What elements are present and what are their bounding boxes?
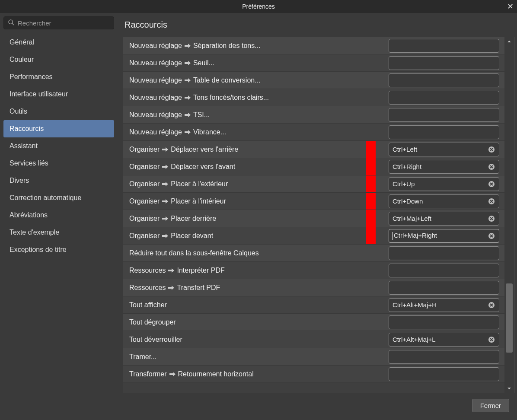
breadcrumb-arrow-icon: [169, 372, 176, 377]
shortcut-input[interactable]: [389, 315, 499, 329]
breadcrumb-arrow-icon: [185, 43, 191, 48]
shortcut-value: Ctrl+Left: [393, 146, 488, 153]
sidebar-item-7[interactable]: Services liés: [3, 155, 114, 172]
shortcut-label: Nouveau réglageTons foncés/tons clairs..…: [129, 94, 366, 102]
clear-shortcut-icon[interactable]: [488, 215, 495, 223]
shortcut-input[interactable]: [389, 73, 499, 87]
shortcut-input[interactable]: [389, 91, 499, 105]
sidebar-item-2[interactable]: Performances: [3, 68, 114, 86]
shortcut-input[interactable]: [389, 264, 499, 277]
scroll-thumb[interactable]: [506, 283, 513, 353]
close-button[interactable]: Fermer: [472, 399, 509, 412]
sidebar-item-12[interactable]: Exceptions de titre: [3, 241, 114, 258]
breadcrumb-arrow-icon: [162, 147, 168, 152]
shortcut-input[interactable]: Ctrl+Left: [389, 143, 499, 156]
titlebar: Préférences ✕: [0, 0, 517, 13]
scroll-down-icon[interactable]: [504, 384, 514, 393]
conflict-indicator: [366, 141, 376, 158]
shortcut-input[interactable]: Ctrl+Right: [389, 160, 499, 174]
breadcrumb-arrow-icon: [185, 130, 191, 135]
shortcut-label: OrganiserPlacer derrière: [129, 215, 366, 223]
shortcut-label: Nouveau réglageSéparation des tons...: [129, 42, 366, 50]
clear-shortcut-icon[interactable]: [488, 197, 495, 205]
shortcut-input[interactable]: [389, 367, 499, 381]
search-input[interactable]: [3, 16, 114, 29]
clear-shortcut-icon[interactable]: [488, 146, 495, 153]
shortcut-row: OrganiserDéplacer vers l'avantCtrl+Right: [123, 158, 504, 175]
shortcut-list: Nouveau réglageSéparation des tons...Nou…: [123, 37, 514, 393]
shortcut-row: Tout dégrouper: [123, 314, 504, 331]
shortcut-input[interactable]: [389, 246, 499, 260]
shortcut-input[interactable]: [389, 125, 499, 139]
conflict-indicator: [366, 158, 376, 175]
shortcut-value: Ctrl+Maj+Right: [393, 232, 488, 240]
sidebar-item-9[interactable]: Correction automatique: [3, 189, 114, 207]
shortcut-label: TransformerRetournement horizontal: [129, 370, 366, 378]
shortcut-input[interactable]: [389, 350, 499, 364]
shortcut-value: Ctrl+Up: [393, 180, 488, 188]
shortcut-input[interactable]: [389, 281, 499, 295]
conflict-indicator: [366, 175, 376, 192]
shortcut-row: RessourcesInterpréter PDF: [123, 262, 504, 279]
sidebar-item-0[interactable]: Général: [3, 34, 114, 51]
breadcrumb-arrow-icon: [162, 216, 168, 221]
shortcut-input[interactable]: Ctrl+Alt+Maj+H: [389, 298, 499, 312]
sidebar-item-10[interactable]: Abréviations: [3, 207, 114, 224]
clear-shortcut-icon[interactable]: [488, 163, 495, 171]
breadcrumb-arrow-icon: [162, 164, 168, 169]
shortcut-row: Tout déverrouillerCtrl+Alt+Maj+L: [123, 331, 504, 348]
shortcut-label: RessourcesInterpréter PDF: [129, 267, 366, 274]
shortcut-label: OrganiserPlacer devant: [129, 232, 366, 240]
shortcut-row: Réduire tout dans la sous-fenêtre Calque…: [123, 245, 504, 262]
conflict-indicator: [366, 227, 376, 244]
shortcut-label: Tramer...: [129, 353, 366, 361]
breadcrumb-arrow-icon: [185, 112, 191, 118]
sidebar-item-8[interactable]: Divers: [3, 172, 114, 189]
shortcut-label: Tout afficher: [129, 301, 366, 309]
shortcut-value: Ctrl+Right: [393, 163, 488, 170]
shortcut-row: Nouveau réglageTons foncés/tons clairs..…: [123, 89, 504, 106]
shortcut-label: Nouveau réglageSeuil...: [129, 59, 366, 67]
scroll-up-icon[interactable]: [504, 37, 514, 46]
shortcut-input[interactable]: Ctrl+Down: [389, 194, 499, 208]
clear-shortcut-icon[interactable]: [488, 180, 495, 188]
clear-shortcut-icon[interactable]: [488, 336, 495, 344]
breadcrumb-arrow-icon: [162, 199, 168, 204]
shortcut-row: OrganiserDéplacer vers l'arrièreCtrl+Lef…: [123, 141, 504, 158]
shortcut-row: RessourcesTransfert PDF: [123, 279, 504, 296]
footer: Fermer: [0, 393, 517, 417]
page-title: Raccourcis: [123, 13, 514, 37]
shortcut-input[interactable]: [389, 39, 499, 53]
clear-shortcut-icon[interactable]: [488, 301, 495, 309]
clear-shortcut-icon[interactable]: [488, 232, 495, 240]
shortcut-label: Nouveau réglageTSI...: [129, 111, 366, 119]
shortcut-input[interactable]: Ctrl+Maj+Right: [389, 229, 499, 243]
shortcut-label: Tout dégrouper: [129, 318, 366, 326]
shortcut-input[interactable]: Ctrl+Maj+Left: [389, 212, 499, 226]
shortcut-label: Réduire tout dans la sous-fenêtre Calque…: [129, 249, 366, 257]
shortcut-value: Ctrl+Down: [393, 197, 488, 205]
sidebar-item-3[interactable]: Interface utilisateur: [3, 86, 114, 103]
shortcut-input[interactable]: [389, 108, 499, 122]
shortcut-row: OrganiserPlacer à l'extérieurCtrl+Up: [123, 175, 504, 193]
sidebar-item-4[interactable]: Outils: [3, 103, 114, 120]
shortcut-input[interactable]: [389, 56, 499, 70]
shortcut-input[interactable]: Ctrl+Alt+Maj+L: [389, 333, 499, 347]
sidebar-item-1[interactable]: Couleur: [3, 51, 114, 68]
shortcut-row: Nouveau réglageTSI...: [123, 106, 504, 124]
sidebar-item-5[interactable]: Raccourcis: [3, 120, 114, 137]
sidebar-item-11[interactable]: Texte d'exemple: [3, 224, 114, 241]
shortcut-input[interactable]: Ctrl+Up: [389, 177, 499, 191]
scrollbar[interactable]: [504, 37, 514, 393]
breadcrumb-arrow-icon: [168, 285, 174, 290]
shortcut-row: Nouveau réglageSeuil...: [123, 54, 504, 72]
shortcut-label: Nouveau réglageTable de conversion...: [129, 76, 366, 84]
sidebar-item-6[interactable]: Assistant: [3, 137, 114, 155]
breadcrumb-arrow-icon: [185, 78, 191, 83]
shortcut-row: Nouveau réglageTable de conversion...: [123, 72, 504, 89]
shortcut-label: Nouveau réglageVibrance...: [129, 128, 366, 136]
shortcut-value: Ctrl+Alt+Maj+H: [393, 301, 488, 309]
breadcrumb-arrow-icon: [185, 60, 191, 66]
shortcut-label: OrganiserDéplacer vers l'avant: [129, 163, 366, 171]
close-icon[interactable]: ✕: [507, 2, 514, 11]
